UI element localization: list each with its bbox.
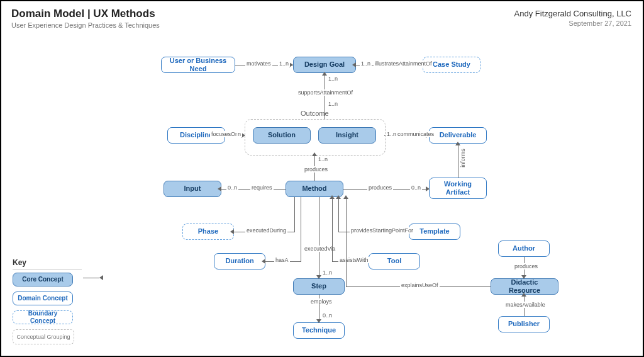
legend-group: Conceptual Grouping (13, 329, 74, 344)
org-name: Andy Fitzgerald Consulting, LLC (514, 9, 631, 18)
edge-supports: supportsAttainmentOf (297, 89, 354, 96)
card-communicates: 1..n (386, 131, 397, 137)
node-input: Input (164, 181, 221, 197)
node-template: Template (409, 224, 460, 240)
card-executedVia: 1..n (321, 269, 333, 276)
node-insight: Insight (318, 127, 376, 144)
edge-requires: requires (250, 184, 274, 191)
card-produces-wa: 0..n (410, 184, 422, 191)
card-requires: 0..n (226, 184, 238, 191)
card-employs: 0..n (321, 312, 333, 319)
edge-hasA: hasA (274, 257, 290, 263)
header: Domain Model | UX Methods User Experienc… (11, 8, 160, 29)
edge-assistsWith: assistsWith (338, 257, 370, 263)
node-method: Method (286, 181, 343, 197)
card-supports-top: 1..n (327, 76, 339, 82)
card-focusesOn: n (236, 131, 242, 137)
edge-focusesOn: focusesOn (210, 131, 240, 137)
node-working-artifact: Working Artifact (429, 178, 487, 199)
edge-providesStart: providesStartingPointFor (350, 227, 414, 234)
edge-produces-wa: produces (367, 184, 393, 191)
header-meta: Andy Fitzgerald Consulting, LLC Septembe… (514, 9, 631, 27)
edge-explainsUseOf: explainsUseOf (400, 282, 440, 288)
page-title: Domain Model | UX Methods (11, 8, 160, 20)
diagram-page: Domain Model | UX Methods User Experienc… (0, 0, 644, 357)
legend-heading: Key (13, 258, 82, 270)
edge-motivates: motivates (245, 60, 272, 67)
node-publisher: Publisher (498, 316, 550, 332)
node-user-need: User or Business Need (161, 57, 235, 73)
page-subtitle: User Experience Design Practices & Techn… (11, 21, 160, 29)
node-step: Step (293, 278, 345, 295)
card-motivates: 1..n (278, 60, 290, 67)
node-solution: Solution (253, 127, 311, 144)
edge-illustrates: illustratesAttainmentOf (374, 60, 433, 67)
edge-makesAvailable: makesAvailable (504, 302, 547, 308)
node-author: Author (498, 241, 550, 257)
edge-informs: informs (460, 147, 466, 169)
edge-produces-outcome: produces (303, 166, 329, 173)
legend: Key Core Concept Domain Concept Boundary… (13, 258, 82, 344)
node-phase: Phase (182, 224, 234, 240)
legend-core: Core Concept (13, 273, 73, 286)
node-duration: Duration (214, 253, 265, 269)
doc-date: September 27, 2021 (514, 20, 631, 27)
card-produces-outcome: 1..n (317, 156, 329, 162)
edge-communicates: communicates (396, 131, 435, 137)
edge-author-produces: produces (513, 263, 539, 269)
node-tool: Tool (369, 253, 420, 269)
edge-employs: employs (309, 298, 333, 305)
legend-boundary: Boundary Concept (13, 310, 73, 324)
edge-executedDuring: executedDuring (245, 227, 287, 234)
node-design-goal: Design Goal (293, 57, 356, 73)
card-illustrates: 1..n (360, 60, 372, 67)
legend-domain: Domain Concept (13, 292, 73, 305)
node-technique: Technique (293, 322, 345, 339)
card-supports-bot: 1..n (327, 101, 339, 107)
